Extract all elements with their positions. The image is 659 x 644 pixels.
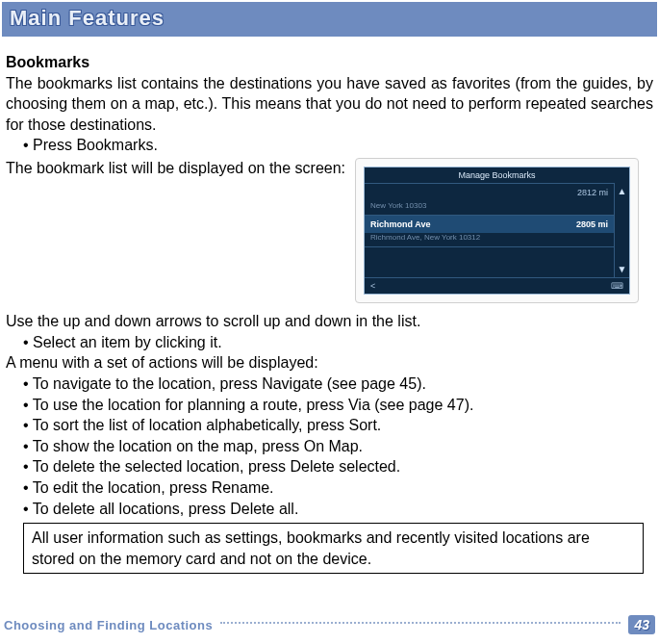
bookmark-row-name: Richmond Ave [370, 219, 430, 230]
bullet-delete-all: • To delete all locations, press Delete … [6, 499, 653, 520]
bookmark-row-sub: New York 10303 [365, 201, 614, 215]
scroll-down-icon[interactable]: ▼ [615, 261, 629, 278]
manage-bookmarks-screen: Manage Bookmarks 2812 mi New York 10303 [364, 167, 630, 295]
bullet-delete-selected: • To delete the selected location, press… [6, 456, 653, 477]
back-icon[interactable]: < [370, 280, 375, 292]
content: Bookmarks The bookmarks list contains th… [0, 52, 659, 574]
bullet-sort: • To sort the list of location alphabeti… [6, 415, 653, 436]
bookmark-row[interactable]: Richmond Ave 2805 mi [365, 215, 614, 233]
embedded-screenshot-frame: Manage Bookmarks 2812 mi New York 10303 [355, 158, 639, 303]
footer-section-title: Choosing and Finding Locations [4, 618, 213, 632]
info-note-box: All user information such as settings, b… [23, 523, 644, 574]
bullet-navigate: • To navigate to the location, press Nav… [6, 374, 653, 395]
bullet-rename: • To edit the location, press Rename. [6, 477, 653, 499]
page-number-badge: 43 [628, 615, 655, 634]
bookmark-row-sub: Richmond Ave, New York 10312 [365, 233, 614, 246]
bullet-select-item: • Select an item by clicking it. [6, 332, 653, 353]
intro-paragraph: The bookmarks list contains the destinat… [6, 73, 653, 136]
menu-displayed-text: A menu with a set of actions will be dis… [6, 352, 653, 374]
header-bar: Main Features [2, 2, 657, 37]
bookmark-list-displayed-text: The bookmark list will be displayed on t… [6, 158, 345, 179]
section-heading: Bookmarks [6, 52, 653, 73]
bookmark-row-distance: 2812 mi [577, 187, 608, 198]
bullet-via: • To use the location for planning a rou… [6, 395, 653, 416]
page-title: Main Features [10, 6, 649, 31]
use-arrows-text: Use the up and down arrows to scroll up … [6, 311, 653, 332]
scroll-up-icon[interactable]: ▲ [615, 183, 629, 200]
bullet-press-bookmarks: • Press Bookmarks. [6, 135, 653, 156]
bullet-on-map: • To show the location on the map, press… [6, 436, 653, 457]
footer-leader-dots [220, 622, 621, 624]
keyboard-icon[interactable]: ⌨ [611, 280, 623, 292]
bookmark-row-distance: 2805 mi [576, 219, 608, 230]
bookmark-row[interactable]: 2812 mi [365, 183, 614, 201]
page-footer: Choosing and Finding Locations 43 [4, 615, 655, 634]
manage-bookmarks-title: Manage Bookmarks [365, 167, 629, 183]
